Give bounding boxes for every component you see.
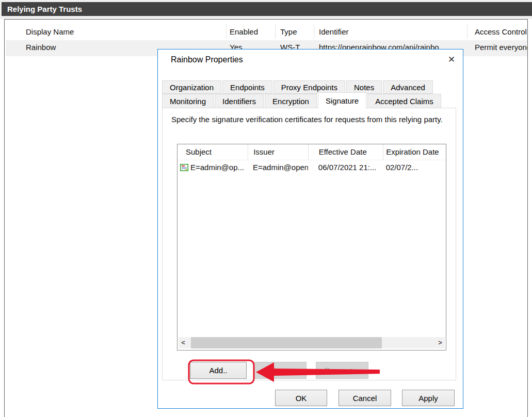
scrollbar-thumb[interactable] [191, 337, 382, 348]
cell-expiration-date: 02/07/2... [383, 163, 446, 172]
signature-tab-panel: Specify the signature verification certi… [162, 108, 456, 380]
col-type[interactable]: Type [280, 27, 297, 36]
table-header: Display Name Enabled Type Identifier Acc… [5, 23, 528, 40]
tab-encryption[interactable]: Encryption [265, 94, 317, 108]
cell-display-name: Rainbow [26, 43, 56, 52]
cell-subject: E=admin@op... [178, 163, 248, 172]
ok-button[interactable]: OK [275, 390, 327, 406]
certificate-row[interactable]: E=admin@op... E=admin@openr... 06/07/202… [178, 160, 446, 174]
view-button: View... [254, 362, 307, 379]
pane-title: Relying Party Trusts [2, 2, 532, 16]
adfs-console-window: Relying Party Trusts Display Name Enable… [0, 0, 532, 417]
certlist-header: Subject Issuer Effective Date Expiration… [178, 144, 446, 160]
cancel-button[interactable]: Cancel [338, 390, 391, 406]
close-icon[interactable]: ✕ [445, 54, 458, 66]
col-issuer[interactable]: Issuer [248, 144, 309, 160]
tab-strip-top: Organization Endpoints Proxy Endpoints N… [162, 80, 434, 94]
cell-access-control: Permit everyone [475, 43, 528, 52]
cell-issuer: E=admin@openr... [248, 163, 308, 172]
panel-description: Specify the signature verification certi… [171, 114, 454, 125]
tab-advanced[interactable]: Advanced [383, 80, 433, 94]
column-divider [314, 24, 314, 39]
col-display-name[interactable]: Display Name [26, 27, 74, 36]
cell-effective-date: 06/07/2021 21:... [308, 163, 383, 172]
col-enabled[interactable]: Enabled [230, 27, 258, 36]
scroll-right-icon[interactable]: > [436, 337, 445, 348]
col-subject[interactable]: Subject [178, 144, 248, 160]
col-expiration-date[interactable]: Expiration Date [383, 144, 446, 160]
horizontal-scrollbar[interactable]: < > [179, 337, 445, 348]
certificate-listview: Subject Issuer Effective Date Expiration… [177, 144, 446, 351]
scroll-left-icon[interactable]: < [179, 337, 188, 348]
tab-endpoints[interactable]: Endpoints [222, 80, 272, 94]
tab-organization[interactable]: Organization [162, 80, 221, 94]
tab-strip-bottom: Monitoring Identifiers Encryption Signat… [162, 94, 442, 109]
apply-button[interactable]: Apply [402, 390, 455, 406]
col-identifier[interactable]: Identifier [319, 27, 349, 36]
tab-signature[interactable]: Signature [318, 92, 366, 109]
tab-accepted-claims[interactable]: Accepted Claims [367, 94, 441, 108]
dialog-title: Rainbow Properties [171, 55, 243, 64]
rainbow-properties-dialog: Rainbow Properties ✕ Organization Endpoi… [157, 49, 463, 409]
tab-identifiers[interactable]: Identifiers [215, 94, 264, 108]
column-divider [467, 24, 467, 39]
column-divider [275, 24, 276, 39]
subject-text: E=admin@op... [190, 163, 244, 172]
col-effective-date[interactable]: Effective Date [309, 144, 383, 160]
add-button[interactable]: Add.. [190, 362, 247, 379]
column-divider [226, 24, 227, 39]
remove-button: Remove... [316, 362, 368, 379]
col-access-control[interactable]: Access Control [475, 27, 527, 36]
tab-monitoring[interactable]: Monitoring [162, 94, 214, 108]
certificate-icon [180, 164, 188, 171]
